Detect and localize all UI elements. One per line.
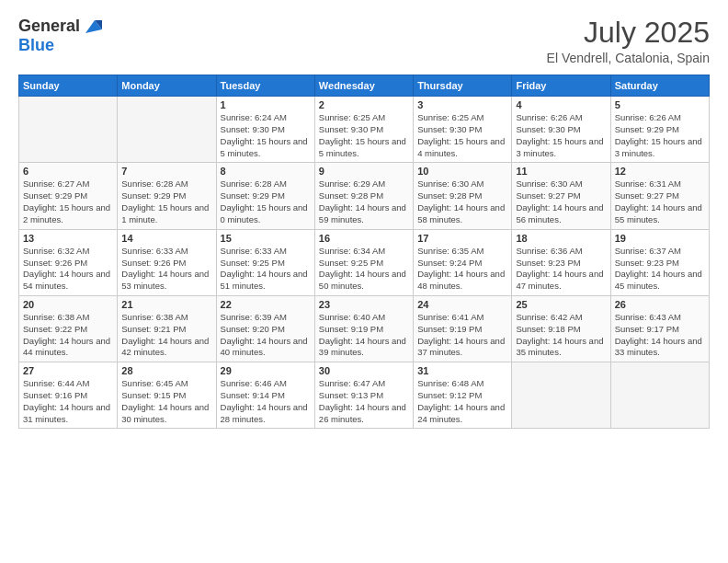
day-info: Sunrise: 6:38 AM Sunset: 9:21 PM Dayligh… xyxy=(121,312,211,359)
day-number: 6 xyxy=(23,166,113,177)
day-info: Sunrise: 6:46 AM Sunset: 9:14 PM Dayligh… xyxy=(221,378,311,425)
day-number: 11 xyxy=(516,166,606,177)
month-year: July 2025 xyxy=(547,17,710,49)
calendar-cell: 13Sunrise: 6:32 AM Sunset: 9:26 PM Dayli… xyxy=(19,229,118,295)
day-number: 1 xyxy=(221,99,311,110)
calendar-cell xyxy=(610,362,709,429)
day-info: Sunrise: 6:30 AM Sunset: 9:28 PM Dayligh… xyxy=(417,178,507,225)
calendar-cell: 8Sunrise: 6:28 AM Sunset: 9:29 PM Daylig… xyxy=(216,163,314,229)
day-info: Sunrise: 6:28 AM Sunset: 9:29 PM Dayligh… xyxy=(121,178,211,225)
weekday-header: Saturday xyxy=(610,75,709,97)
calendar-cell: 19Sunrise: 6:37 AM Sunset: 9:23 PM Dayli… xyxy=(610,229,709,295)
day-number: 7 xyxy=(121,166,211,177)
calendar-week-row: 6Sunrise: 6:27 AM Sunset: 9:29 PM Daylig… xyxy=(19,163,710,229)
calendar-cell: 21Sunrise: 6:38 AM Sunset: 9:21 PM Dayli… xyxy=(118,295,216,362)
day-info: Sunrise: 6:45 AM Sunset: 9:15 PM Dayligh… xyxy=(121,378,211,425)
day-number: 22 xyxy=(221,299,311,310)
calendar-cell: 18Sunrise: 6:36 AM Sunset: 9:23 PM Dayli… xyxy=(512,229,610,295)
day-info: Sunrise: 6:26 AM Sunset: 9:30 PM Dayligh… xyxy=(516,112,606,159)
day-number: 4 xyxy=(516,99,606,110)
day-info: Sunrise: 6:33 AM Sunset: 9:25 PM Dayligh… xyxy=(221,246,311,293)
calendar-cell: 30Sunrise: 6:47 AM Sunset: 9:13 PM Dayli… xyxy=(314,362,413,429)
calendar-cell: 3Sunrise: 6:25 AM Sunset: 9:30 PM Daylig… xyxy=(414,97,512,163)
calendar-cell: 15Sunrise: 6:33 AM Sunset: 9:25 PM Dayli… xyxy=(216,229,314,295)
day-info: Sunrise: 6:34 AM Sunset: 9:25 PM Dayligh… xyxy=(319,246,409,293)
title-area: July 2025 El Vendrell, Catalonia, Spain xyxy=(547,17,710,65)
day-info: Sunrise: 6:27 AM Sunset: 9:29 PM Dayligh… xyxy=(23,178,113,225)
calendar-cell: 23Sunrise: 6:40 AM Sunset: 9:19 PM Dayli… xyxy=(314,295,413,362)
calendar-cell: 29Sunrise: 6:46 AM Sunset: 9:14 PM Dayli… xyxy=(216,362,314,429)
calendar-week-row: 20Sunrise: 6:38 AM Sunset: 9:22 PM Dayli… xyxy=(19,295,710,362)
day-info: Sunrise: 6:25 AM Sunset: 9:30 PM Dayligh… xyxy=(319,112,409,159)
day-number: 18 xyxy=(516,233,606,244)
day-number: 5 xyxy=(615,99,705,110)
calendar-cell: 27Sunrise: 6:44 AM Sunset: 9:16 PM Dayli… xyxy=(19,362,118,429)
calendar-cell: 10Sunrise: 6:30 AM Sunset: 9:28 PM Dayli… xyxy=(414,163,512,229)
calendar-cell: 16Sunrise: 6:34 AM Sunset: 9:25 PM Dayli… xyxy=(314,229,413,295)
day-number: 2 xyxy=(319,99,409,110)
calendar-cell: 31Sunrise: 6:48 AM Sunset: 9:12 PM Dayli… xyxy=(414,362,512,429)
day-info: Sunrise: 6:37 AM Sunset: 9:23 PM Dayligh… xyxy=(615,246,705,293)
calendar-cell xyxy=(512,362,610,429)
day-number: 23 xyxy=(319,299,409,310)
weekday-header: Monday xyxy=(118,75,216,97)
day-number: 10 xyxy=(417,166,507,177)
calendar-table: SundayMondayTuesdayWednesdayThursdayFrid… xyxy=(18,75,710,429)
day-info: Sunrise: 6:43 AM Sunset: 9:17 PM Dayligh… xyxy=(615,312,705,359)
day-number: 20 xyxy=(23,299,113,310)
day-number: 27 xyxy=(23,365,113,376)
day-info: Sunrise: 6:28 AM Sunset: 9:29 PM Dayligh… xyxy=(221,178,311,225)
calendar-cell: 1Sunrise: 6:24 AM Sunset: 9:30 PM Daylig… xyxy=(216,97,314,163)
weekday-header: Thursday xyxy=(414,75,512,97)
day-number: 31 xyxy=(417,365,507,376)
day-number: 28 xyxy=(121,365,211,376)
day-info: Sunrise: 6:29 AM Sunset: 9:28 PM Dayligh… xyxy=(319,178,409,225)
day-info: Sunrise: 6:30 AM Sunset: 9:27 PM Dayligh… xyxy=(516,178,606,225)
logo: General Blue xyxy=(18,17,102,55)
calendar-cell: 9Sunrise: 6:29 AM Sunset: 9:28 PM Daylig… xyxy=(314,163,413,229)
calendar-week-row: 1Sunrise: 6:24 AM Sunset: 9:30 PM Daylig… xyxy=(19,97,710,163)
calendar-cell: 4Sunrise: 6:26 AM Sunset: 9:30 PM Daylig… xyxy=(512,97,610,163)
calendar-cell: 11Sunrise: 6:30 AM Sunset: 9:27 PM Dayli… xyxy=(512,163,610,229)
day-info: Sunrise: 6:38 AM Sunset: 9:22 PM Dayligh… xyxy=(23,312,113,359)
day-info: Sunrise: 6:40 AM Sunset: 9:19 PM Dayligh… xyxy=(319,312,409,359)
calendar-cell xyxy=(19,97,118,163)
header: General Blue July 2025 El Vendrell, Cata… xyxy=(18,17,710,65)
calendar-cell xyxy=(118,97,216,163)
day-number: 24 xyxy=(417,299,507,310)
calendar-cell: 7Sunrise: 6:28 AM Sunset: 9:29 PM Daylig… xyxy=(118,163,216,229)
day-number: 13 xyxy=(23,233,113,244)
day-info: Sunrise: 6:33 AM Sunset: 9:26 PM Dayligh… xyxy=(121,246,211,293)
calendar-week-row: 13Sunrise: 6:32 AM Sunset: 9:26 PM Dayli… xyxy=(19,229,710,295)
day-info: Sunrise: 6:26 AM Sunset: 9:29 PM Dayligh… xyxy=(615,112,705,159)
calendar-cell: 28Sunrise: 6:45 AM Sunset: 9:15 PM Dayli… xyxy=(118,362,216,429)
day-info: Sunrise: 6:32 AM Sunset: 9:26 PM Dayligh… xyxy=(23,246,113,293)
day-number: 26 xyxy=(615,299,705,310)
day-number: 16 xyxy=(319,233,409,244)
day-number: 25 xyxy=(516,299,606,310)
calendar-cell: 24Sunrise: 6:41 AM Sunset: 9:19 PM Dayli… xyxy=(414,295,512,362)
day-info: Sunrise: 6:36 AM Sunset: 9:23 PM Dayligh… xyxy=(516,246,606,293)
day-info: Sunrise: 6:25 AM Sunset: 9:30 PM Dayligh… xyxy=(417,112,507,159)
calendar-cell: 6Sunrise: 6:27 AM Sunset: 9:29 PM Daylig… xyxy=(19,163,118,229)
day-info: Sunrise: 6:41 AM Sunset: 9:19 PM Dayligh… xyxy=(417,312,507,359)
calendar-cell: 12Sunrise: 6:31 AM Sunset: 9:27 PM Dayli… xyxy=(610,163,709,229)
day-number: 12 xyxy=(615,166,705,177)
weekday-header: Wednesday xyxy=(314,75,413,97)
day-info: Sunrise: 6:44 AM Sunset: 9:16 PM Dayligh… xyxy=(23,378,113,425)
day-number: 3 xyxy=(417,99,507,110)
logo-blue-text: Blue xyxy=(18,36,54,54)
page: General Blue July 2025 El Vendrell, Cata… xyxy=(0,0,728,563)
day-number: 15 xyxy=(221,233,311,244)
logo-icon xyxy=(82,17,102,37)
calendar-week-row: 27Sunrise: 6:44 AM Sunset: 9:16 PM Dayli… xyxy=(19,362,710,429)
day-number: 19 xyxy=(615,233,705,244)
calendar-cell: 17Sunrise: 6:35 AM Sunset: 9:24 PM Dayli… xyxy=(414,229,512,295)
day-number: 29 xyxy=(221,365,311,376)
day-info: Sunrise: 6:31 AM Sunset: 9:27 PM Dayligh… xyxy=(615,178,705,225)
logo-general-text: General xyxy=(18,17,80,36)
calendar-cell: 26Sunrise: 6:43 AM Sunset: 9:17 PM Dayli… xyxy=(610,295,709,362)
day-info: Sunrise: 6:48 AM Sunset: 9:12 PM Dayligh… xyxy=(417,378,507,425)
calendar-cell: 5Sunrise: 6:26 AM Sunset: 9:29 PM Daylig… xyxy=(610,97,709,163)
location: El Vendrell, Catalonia, Spain xyxy=(547,51,710,65)
